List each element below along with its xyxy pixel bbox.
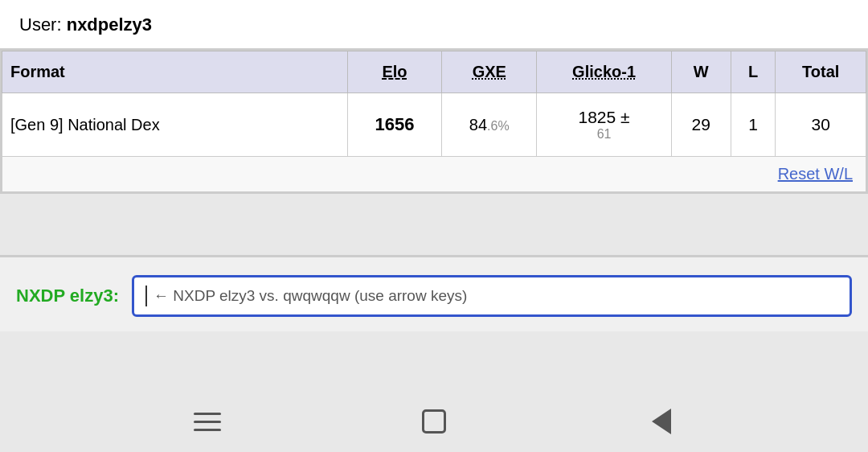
chat-input-text: ← NXDP elzy3 vs. qwqwqqw (use arrow keys… [154,287,838,305]
table-row: [Gen 9] National Dex 1656 84.6% 1825 ± 6… [2,93,866,157]
stats-table: Format Elo GXE Glicko-1 W L [2,51,866,192]
chat-label: NXDP elzy3: [16,286,119,306]
table-header-row: Format Elo GXE Glicko-1 W L [2,51,866,93]
w-cell: 29 [671,93,731,157]
col-format: Format [2,51,348,93]
col-total: Total [776,51,866,93]
chat-section: NXDP elzy3: ← NXDP elzy3 vs. qwqwqqw (us… [0,255,868,331]
username: nxdpelzy3 [67,14,152,35]
square-icon [422,409,446,434]
nav-bar [0,392,868,452]
hamburger-menu-button[interactable] [187,407,227,436]
col-elo: Elo [348,51,442,93]
total-cell: 30 [776,93,866,157]
format-cell: [Gen 9] National Dex [2,93,348,157]
hamburger-icon [194,413,221,431]
user-label: User: [19,14,67,35]
gxe-cell: 84.6% [442,93,537,157]
col-w: W [671,51,731,93]
home-button[interactable] [414,407,454,436]
back-button[interactable] [641,407,682,436]
reset-wl-link[interactable]: Reset W/L [778,165,853,183]
reset-row: Reset W/L [2,157,866,192]
col-gxe: GXE [442,51,537,93]
back-icon [652,409,671,434]
user-header: User: nxdpelzy3 [0,0,868,49]
stats-table-wrapper: Format Elo GXE Glicko-1 W L [0,49,868,194]
glicko-cell: 1825 ± 61 [537,93,671,157]
elo-cell: 1656 [348,93,442,157]
reset-cell: Reset W/L [2,157,866,192]
col-l: L [731,51,776,93]
col-glicko: Glicko-1 [537,51,671,93]
chat-input-wrapper[interactable]: ← NXDP elzy3 vs. qwqwqqw (use arrow keys… [132,275,852,317]
text-cursor [145,286,147,306]
l-cell: 1 [731,93,776,157]
